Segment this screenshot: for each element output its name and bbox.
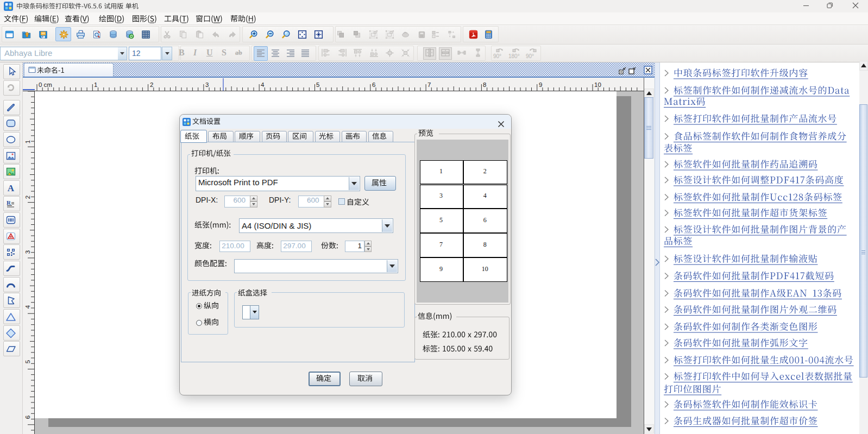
svg-text:7: 7 bbox=[427, 81, 431, 88]
svg-text:1: 1 bbox=[24, 140, 31, 143]
svg-text:6: 6 bbox=[24, 416, 31, 419]
svg-text:3: 3 bbox=[205, 81, 209, 88]
svg-text:8: 8 bbox=[483, 81, 486, 88]
svg-text:5: 5 bbox=[316, 81, 319, 88]
svg-text:4: 4 bbox=[24, 305, 31, 309]
svg-text:1: 1 bbox=[94, 81, 97, 88]
svg-text:9: 9 bbox=[539, 81, 542, 88]
svg-text:6: 6 bbox=[372, 81, 375, 88]
svg-text:0 cm: 0 cm bbox=[39, 81, 52, 88]
svg-text:2: 2 bbox=[150, 81, 153, 88]
svg-text:A: A bbox=[8, 183, 15, 193]
svg-text:R: R bbox=[7, 199, 11, 206]
svg-text:2: 2 bbox=[24, 196, 31, 199]
svg-text:5: 5 bbox=[24, 360, 31, 363]
svg-text:10: 10 bbox=[594, 81, 601, 88]
svg-text:3: 3 bbox=[24, 250, 31, 254]
svg-text:4: 4 bbox=[261, 81, 265, 88]
